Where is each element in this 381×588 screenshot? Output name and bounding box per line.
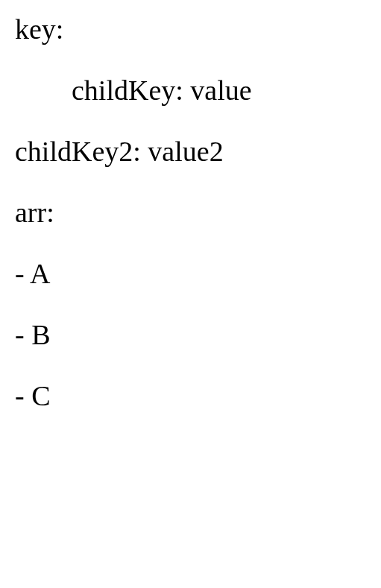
yaml-line-item-a: - A	[15, 259, 366, 288]
yaml-line-key: key:	[15, 15, 366, 43]
yaml-line-childkey2: childKey2: value2	[15, 137, 366, 165]
yaml-line-item-c: - C	[15, 382, 366, 410]
yaml-line-item-b: - B	[15, 320, 366, 349]
yaml-line-childkey: childKey: value	[15, 76, 366, 104]
yaml-line-arr: arr:	[15, 198, 366, 227]
